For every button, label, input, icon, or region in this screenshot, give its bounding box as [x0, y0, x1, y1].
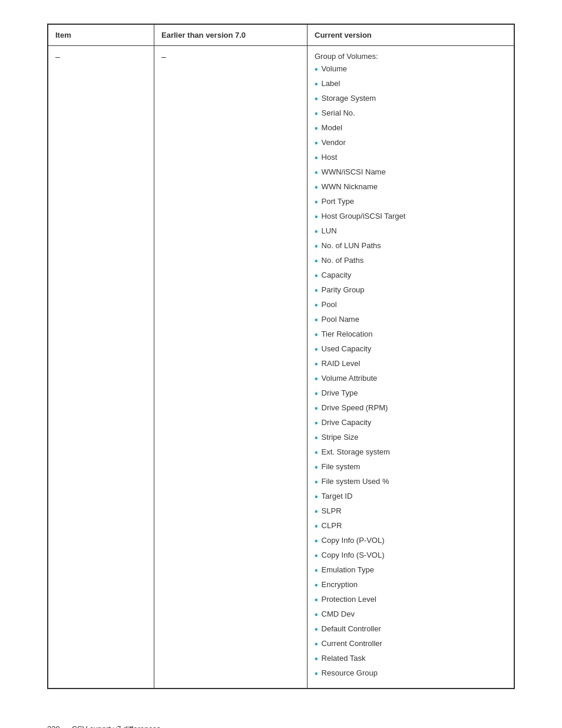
- list-item-text: Label: [322, 78, 340, 90]
- list-item: •No. of Paths: [315, 255, 507, 268]
- list-item: •Ext. Storage system: [315, 446, 507, 460]
- bullet-icon: •: [315, 225, 318, 239]
- list-item-text: Capacity: [322, 269, 352, 281]
- bullet-icon: •: [315, 431, 318, 445]
- list-item: •Related Task: [315, 653, 507, 666]
- bullet-icon: •: [315, 622, 318, 637]
- list-item: •SLPR: [315, 505, 507, 519]
- current-cell: Group of Volumes: •Volume•Label•Storage …: [308, 46, 514, 689]
- list-item: •Model: [315, 122, 507, 136]
- bullet-icon: •: [315, 298, 318, 312]
- list-item-text: Copy Info (P-VOL): [322, 535, 385, 546]
- bullet-icon: •: [315, 313, 318, 327]
- list-item-text: Default Controller: [322, 623, 381, 635]
- bullet-icon: •: [315, 328, 318, 342]
- bullet-icon: •: [315, 505, 318, 519]
- list-item-text: Target ID: [322, 490, 353, 502]
- list-item: •File system Used %: [315, 476, 507, 489]
- list-item-text: No. of Paths: [322, 255, 364, 266]
- bullet-icon: •: [315, 166, 318, 180]
- list-item-text: Port Type: [322, 196, 354, 207]
- bullet-icon: •: [315, 107, 318, 121]
- list-item: •Emulation Type: [315, 564, 507, 578]
- list-item: •File system: [315, 461, 507, 475]
- bullet-icon: •: [315, 357, 318, 371]
- bullet-icon: •: [315, 195, 318, 209]
- list-item-text: Host Group/iSCSI Target: [322, 210, 406, 222]
- list-item: •Serial No.: [315, 107, 507, 121]
- bullet-icon: •: [315, 136, 318, 150]
- bullet-icon: •: [315, 401, 318, 416]
- footer: 220 CSV export v7 differences: [47, 724, 515, 728]
- bullet-icon: •: [315, 372, 318, 386]
- list-item: •Used Capacity: [315, 343, 507, 357]
- list-item-text: Vendor: [322, 137, 346, 149]
- bullet-icon: •: [315, 578, 318, 592]
- table-row: – – Group of Volumes: •Volume•Label•Stor…: [48, 46, 514, 689]
- list-item-text: Protection Level: [322, 594, 376, 605]
- bullet-icon: •: [315, 387, 318, 401]
- list-item: •Storage System: [315, 93, 507, 106]
- list-item-text: WWN/iSCSI Name: [322, 166, 386, 178]
- list-item: •WWN/iSCSI Name: [315, 166, 507, 180]
- bullet-icon: •: [315, 490, 318, 504]
- list-item-text: File system: [322, 461, 361, 473]
- bullet-icon: •: [315, 342, 318, 357]
- bullet-list: •Volume•Label•Storage System•Serial No.•…: [315, 63, 507, 681]
- bullet-icon: •: [315, 92, 318, 106]
- list-item-text: Model: [322, 122, 342, 134]
- list-item-text: Drive Speed (RPM): [322, 402, 388, 414]
- bullet-icon: •: [315, 667, 318, 681]
- list-item: •Pool: [315, 299, 507, 312]
- list-item-text: Emulation Type: [322, 564, 374, 576]
- list-item-text: Storage System: [322, 93, 376, 104]
- list-item: •WWN Nickname: [315, 181, 507, 195]
- list-item: •CMD Dev: [315, 608, 507, 622]
- bullet-icon: •: [315, 593, 318, 607]
- list-item-text: Resource Group: [322, 667, 378, 679]
- list-item-text: CMD Dev: [322, 608, 355, 620]
- list-item-text: Copy Info (S-VOL): [322, 549, 385, 561]
- bullet-icon: •: [315, 564, 318, 578]
- list-item: •Drive Type: [315, 387, 507, 401]
- list-item-text: Tier Relocation: [322, 328, 373, 340]
- bullet-icon: •: [315, 460, 318, 475]
- bullet-icon: •: [315, 549, 318, 563]
- bullet-icon: •: [315, 475, 318, 489]
- list-item-text: WWN Nickname: [322, 181, 378, 193]
- table-header-row: Item Earlier than version 7.0 Current ve…: [48, 25, 514, 46]
- list-item-text: Related Task: [322, 653, 366, 664]
- list-item-text: RAID Level: [322, 358, 361, 370]
- list-item: •Label: [315, 78, 507, 91]
- footer-page-number: 220: [47, 724, 60, 728]
- header-item: Item: [48, 25, 154, 46]
- bullet-icon: •: [315, 637, 318, 651]
- header-current: Current version: [308, 25, 514, 46]
- list-item: •Capacity: [315, 269, 507, 283]
- list-item: •Vendor: [315, 137, 507, 150]
- list-item-text: Parity Group: [322, 284, 365, 296]
- list-item-text: LUN: [322, 225, 337, 237]
- main-table-wrapper: Item Earlier than version 7.0 Current ve…: [47, 24, 515, 689]
- list-item: •Pool Name: [315, 314, 507, 327]
- list-item: •Resource Group: [315, 667, 507, 681]
- group-title: Group of Volumes:: [315, 52, 507, 61]
- bullet-icon: •: [315, 534, 318, 548]
- header-earlier: Earlier than version 7.0: [154, 25, 308, 46]
- list-item: •Port Type: [315, 196, 507, 209]
- main-table: Item Earlier than version 7.0 Current ve…: [48, 24, 514, 689]
- list-item-text: Encryption: [322, 579, 358, 591]
- item-cell: –: [48, 46, 154, 689]
- list-item-text: Stripe Size: [322, 431, 359, 443]
- list-item-text: Pool Name: [322, 314, 359, 325]
- list-item: •No. of LUN Paths: [315, 240, 507, 253]
- list-item-text: No. of LUN Paths: [322, 240, 381, 252]
- footer-description: CSV export v7 differences: [72, 724, 161, 728]
- list-item-text: Host: [322, 151, 338, 163]
- bullet-icon: •: [315, 121, 318, 136]
- bullet-icon: •: [315, 608, 318, 622]
- bullet-icon: •: [315, 254, 318, 268]
- bullet-icon: •: [315, 284, 318, 298]
- list-item: •Volume: [315, 63, 507, 77]
- earlier-cell: –: [154, 46, 308, 689]
